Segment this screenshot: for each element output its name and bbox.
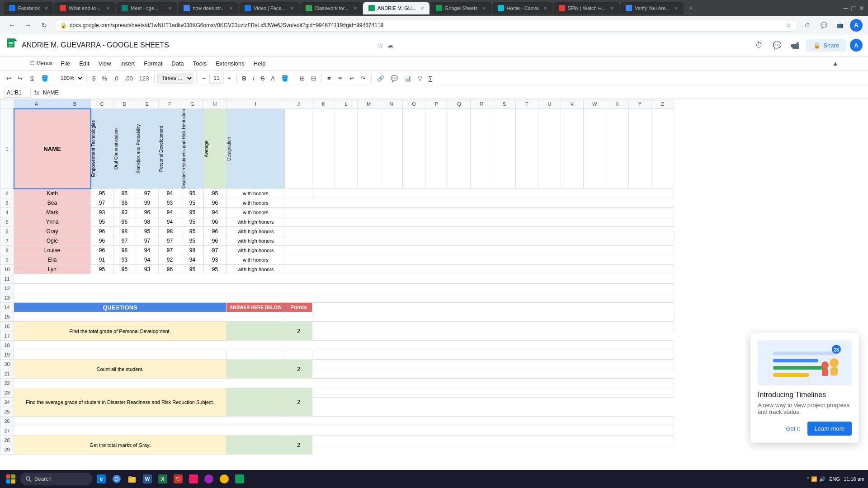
cell-name-lyn[interactable]: Lyn (14, 265, 91, 274)
cast-button[interactable]: 📺 (834, 19, 846, 32)
decrease-font-button[interactable]: − (199, 72, 208, 84)
cell-name-louise[interactable]: Louise (14, 246, 91, 255)
col-header-w[interactable]: W (584, 99, 606, 109)
taskbar-search-bar[interactable]: Search (20, 473, 92, 485)
borders-button[interactable]: ⊞ (297, 72, 307, 84)
bold-button[interactable]: B (240, 72, 249, 84)
comment-button[interactable]: 💬 (817, 19, 830, 32)
strikethrough-button[interactable]: S (258, 72, 268, 84)
question-4-text[interactable]: Get the total marks of Gray. (14, 436, 226, 455)
comment-insert-button[interactable]: 💬 (388, 72, 401, 84)
taskbar-app-app3[interactable] (217, 472, 231, 486)
cell-col-h-header[interactable]: Average (204, 109, 226, 189)
align-left-button[interactable]: ≡ (325, 72, 334, 84)
col-header-j[interactable]: J (285, 99, 312, 109)
url-bar[interactable]: 🔒 docs.google.com/spreadsheets/d/1wNHT1a… (54, 19, 797, 32)
col-header-d[interactable]: D (113, 99, 136, 109)
link-button[interactable]: 🔗 (374, 72, 387, 84)
cell-gray-h[interactable]: 96 (204, 227, 226, 236)
increase-decimal-button[interactable]: .00 (122, 72, 136, 84)
cell-gray-c[interactable]: 96 (91, 227, 113, 236)
tab-andrie[interactable]: ANDRiE M. GU... ✕ (363, 2, 429, 14)
cell-ynna-d[interactable]: 96 (113, 217, 136, 227)
taskbar-app-app2[interactable] (202, 472, 216, 486)
tab-close-facebook[interactable]: ✕ (44, 6, 48, 11)
cell-mark-e[interactable]: 96 (136, 208, 159, 217)
cell-mark-g[interactable]: 95 (181, 208, 204, 217)
cell-ogie-g[interactable]: 95 (181, 236, 204, 246)
cell-mark-d[interactable]: 93 (113, 208, 136, 217)
zoom-selector[interactable]: 100% (57, 73, 84, 84)
col-header-p[interactable]: P (425, 99, 448, 109)
meet-button[interactable]: 📹 (788, 38, 802, 52)
cell-col-i-header[interactable]: Designation (226, 109, 285, 189)
cell-kath-e[interactable]: 97 (136, 189, 159, 198)
cell-lyn-f[interactable]: 96 (159, 265, 181, 274)
cell-ella-desig[interactable]: with honors (226, 255, 285, 265)
tab-close-howdoes[interactable]: ✕ (229, 6, 233, 11)
taskbar-app-fileexplorer[interactable] (125, 472, 139, 486)
merge-button[interactable]: ⊟ (308, 72, 319, 84)
question-3-points[interactable]: 2 (285, 388, 312, 417)
taskbar-app-edge[interactable]: e (94, 472, 108, 486)
menu-view[interactable]: View (95, 58, 115, 69)
cell-bea-c[interactable]: 97 (91, 198, 113, 208)
cell-ynna-desig[interactable]: with high honors (226, 217, 285, 227)
cell-name-bea[interactable]: Bea (14, 198, 91, 208)
tab-facebook[interactable]: Facebook ✕ (4, 2, 53, 14)
col-header-r[interactable]: R (471, 99, 493, 109)
taskbar-app-app4[interactable] (232, 472, 247, 486)
cell-louise-d[interactable]: 98 (113, 246, 136, 255)
tab-close-verify[interactable]: ✕ (675, 6, 678, 11)
close-window-button[interactable]: ✕ (859, 5, 864, 12)
cell-reference-box[interactable]: A1:B1 (4, 88, 31, 98)
cell-mark-c[interactable]: 93 (91, 208, 113, 217)
star-icon[interactable]: ☆ (377, 41, 383, 50)
cell-lyn-d[interactable]: 95 (113, 265, 136, 274)
tab-close-what[interactable]: ✕ (106, 6, 110, 11)
spreadsheet-area[interactable]: A B C D E F G H I J K L M N O (0, 99, 868, 474)
chart-button[interactable]: 📊 (401, 72, 414, 84)
cell-name-mark[interactable]: Mark (14, 208, 91, 217)
cell-name-kath[interactable]: Kath (14, 189, 91, 198)
cell-n1[interactable] (380, 109, 403, 189)
cell-w1[interactable] (584, 109, 606, 189)
cell-louise-f[interactable]: 97 (159, 246, 181, 255)
formula-input[interactable]: NAME (43, 89, 864, 96)
col-header-l[interactable]: L (335, 99, 358, 109)
cell-col-g-header[interactable]: Disaster Readiness and Risk Reduction (181, 109, 204, 189)
menus-button[interactable]: ☰ Menus (27, 57, 55, 69)
start-button[interactable] (4, 472, 18, 486)
col-header-i[interactable]: I (226, 99, 285, 109)
cell-lyn-h[interactable]: 95 (204, 265, 226, 274)
cell-kath-g[interactable]: 95 (181, 189, 204, 198)
col-header-h[interactable]: H (204, 99, 226, 109)
menu-insert[interactable]: Insert (117, 58, 139, 69)
cell-ella-e[interactable]: 94 (136, 255, 159, 265)
fill-color-button[interactable]: 🪣 (278, 72, 291, 84)
menu-file[interactable]: File (57, 58, 74, 69)
font-family-selector[interactable]: Times ... (157, 73, 193, 84)
cell-col-c-header[interactable]: Empowerment Technologies (91, 109, 113, 189)
col-header-g[interactable]: G (181, 99, 204, 109)
more-formats-button[interactable]: 123 (137, 72, 152, 84)
question-3-answer[interactable] (226, 388, 285, 417)
cell-z1[interactable] (651, 109, 674, 189)
question-3-text[interactable]: Find the average grade of student in Dis… (14, 388, 226, 417)
italic-button[interactable]: I (250, 72, 257, 84)
back-button[interactable]: ← (5, 19, 18, 32)
menu-data[interactable]: Data (168, 58, 187, 69)
bookmark-icon[interactable]: ☆ (786, 22, 792, 29)
cell-bea-desig[interactable]: with honors (226, 198, 285, 208)
font-size-input[interactable] (209, 73, 224, 84)
minimize-button[interactable]: ─ (844, 5, 848, 12)
cell-s1[interactable] (493, 109, 516, 189)
menu-extensions[interactable]: Extensions (212, 58, 248, 69)
questions-label[interactable]: QUESTIONS (14, 303, 226, 312)
cell-ogie-f[interactable]: 97 (159, 236, 181, 246)
cell-col-d-header[interactable]: Oral Communication (113, 109, 136, 189)
cell-gray-desig[interactable]: with high honors (226, 227, 285, 236)
cell-kath-d[interactable]: 95 (113, 189, 136, 198)
share-button[interactable]: 🔒 Share (806, 39, 846, 52)
question-4-answer[interactable] (226, 436, 285, 455)
